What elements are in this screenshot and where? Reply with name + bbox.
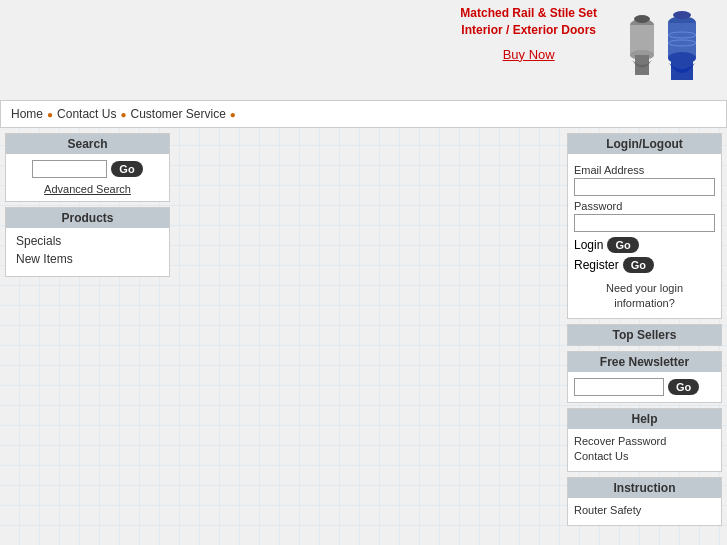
newsletter-go-button[interactable]: Go bbox=[668, 379, 699, 395]
middle-column bbox=[175, 133, 562, 531]
specials-link[interactable]: Specials bbox=[16, 234, 159, 248]
nav-contact[interactable]: Contact Us bbox=[57, 107, 116, 121]
register-text: Register bbox=[574, 258, 619, 272]
banner-title: Matched Rail & Stile Set Interior / Exte… bbox=[460, 5, 597, 39]
login-go-button[interactable]: Go bbox=[607, 237, 638, 253]
left-column: Search Go Advanced Search Products Speci… bbox=[5, 133, 170, 531]
login-text: Login bbox=[574, 238, 603, 252]
recover-password-link[interactable]: Recover Password bbox=[574, 435, 715, 447]
newsletter-box: Free Newsletter Go bbox=[567, 351, 722, 403]
nav-bar: Home ● Contact Us ● Customer Service ● bbox=[0, 100, 727, 128]
advanced-search: Advanced Search bbox=[12, 183, 163, 195]
help-content: Recover Password Contact Us bbox=[568, 429, 721, 471]
top-sellers-box: Top Sellers bbox=[567, 324, 722, 346]
search-row: Go bbox=[12, 160, 163, 178]
top-banner: Matched Rail & Stile Set Interior / Exte… bbox=[0, 0, 727, 100]
buy-now-link[interactable]: Buy Now bbox=[460, 47, 597, 62]
main-content: Search Go Advanced Search Products Speci… bbox=[0, 128, 727, 536]
newsletter-row: Go bbox=[568, 372, 721, 402]
new-items-link[interactable]: New Items bbox=[16, 252, 159, 266]
need-info: Need your login information? bbox=[574, 281, 715, 312]
router-safety-link[interactable]: Router Safety bbox=[574, 504, 715, 516]
nav-customer-service[interactable]: Customer Service bbox=[130, 107, 225, 121]
svg-point-4 bbox=[634, 15, 650, 23]
top-sellers-header: Top Sellers bbox=[568, 325, 721, 345]
instruction-box: Instruction Router Safety bbox=[567, 477, 722, 526]
nav-dot-3: ● bbox=[230, 109, 236, 120]
right-column: Login/Logout Email Address Password Logi… bbox=[567, 133, 722, 531]
email-label: Email Address bbox=[574, 164, 715, 176]
help-box: Help Recover Password Contact Us bbox=[567, 408, 722, 472]
instruction-header: Instruction bbox=[568, 478, 721, 498]
login-header: Login/Logout bbox=[568, 134, 721, 154]
password-input[interactable] bbox=[574, 214, 715, 232]
password-label: Password bbox=[574, 200, 715, 212]
login-content: Email Address Password Login Go Register… bbox=[568, 154, 721, 318]
search-box: Search Go Advanced Search bbox=[5, 133, 170, 202]
contact-us-link[interactable]: Contact Us bbox=[574, 450, 715, 462]
login-row: Login Go bbox=[574, 237, 715, 253]
search-content: Go Advanced Search bbox=[6, 154, 169, 201]
newsletter-input[interactable] bbox=[574, 378, 664, 396]
svg-point-9 bbox=[673, 11, 691, 19]
products-content: Specials New Items bbox=[6, 228, 169, 276]
search-header: Search bbox=[6, 134, 169, 154]
email-input[interactable] bbox=[574, 178, 715, 196]
login-box: Login/Logout Email Address Password Logi… bbox=[567, 133, 722, 319]
newsletter-header: Free Newsletter bbox=[568, 352, 721, 372]
product-image bbox=[607, 5, 717, 95]
advanced-search-link[interactable]: Advanced Search bbox=[44, 183, 131, 195]
search-go-button[interactable]: Go bbox=[111, 161, 142, 177]
help-header: Help bbox=[568, 409, 721, 429]
register-go-button[interactable]: Go bbox=[623, 257, 654, 273]
register-row: Register Go bbox=[574, 257, 715, 273]
nav-dot-2: ● bbox=[120, 109, 126, 120]
products-box: Products Specials New Items bbox=[5, 207, 170, 277]
banner-text: Matched Rail & Stile Set Interior / Exte… bbox=[460, 5, 597, 62]
nav-dot-1: ● bbox=[47, 109, 53, 120]
instruction-content: Router Safety bbox=[568, 498, 721, 525]
search-input[interactable] bbox=[32, 160, 107, 178]
products-header: Products bbox=[6, 208, 169, 228]
nav-home[interactable]: Home bbox=[11, 107, 43, 121]
